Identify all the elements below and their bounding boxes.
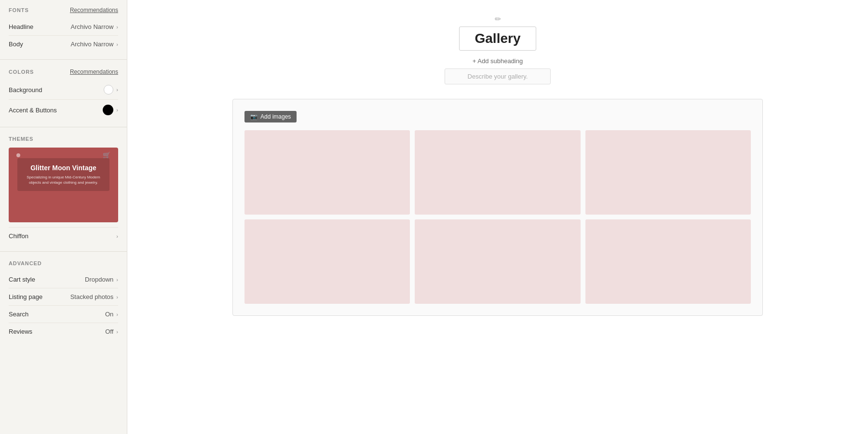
gallery-cell [585,219,751,304]
headline-row[interactable]: Headline Archivo Narrow › [9,18,118,36]
body-label: Body [9,41,23,48]
advanced-title: ADVANCED [9,260,118,266]
themes-title: THEMES [9,136,118,142]
divider-2 [0,127,127,127]
gallery-grid [244,130,751,304]
search-row[interactable]: Search On › [9,306,118,323]
listing-page-label: Listing page [9,293,42,300]
theme-cart-icon: 🛒 [103,151,110,159]
accent-buttons-row[interactable]: Accent & Buttons › [9,100,118,120]
theme-preview-card[interactable]: 🛒 Glitter Moon Vintage Specializing in u… [9,148,118,222]
cart-style-chevron-icon: › [116,277,118,283]
divider-3 [0,251,127,252]
background-value: › [104,85,118,95]
accent-chevron-icon: › [116,107,118,113]
chiffon-row[interactable]: Chiffon › [9,227,118,244]
theme-preview-inner: Glitter Moon Vintage Specializing in uni… [17,158,109,191]
cart-style-value: Dropdown › [85,276,118,283]
background-row[interactable]: Background › [9,80,118,100]
theme-shop-name: Glitter Moon Vintage [23,164,104,172]
add-subheading-button[interactable]: + Add subheading [473,57,523,65]
add-images-label: Add images [260,113,291,120]
fonts-section: FONTS Recommendations Headline Archivo N… [0,0,127,57]
gallery-header: ✏ Gallery + Add subheading Describe your… [445,14,551,84]
fonts-title: FONTS [9,7,29,13]
search-chevron-icon: › [116,312,118,317]
add-images-button[interactable]: 📷 Add images [244,111,297,122]
body-value: Archivo Narrow › [70,41,118,48]
gallery-cell [244,219,410,304]
accent-color-swatch [103,105,113,115]
colors-recommendations-link[interactable]: Recommendations [70,68,118,75]
body-row[interactable]: Body Archivo Narrow › [9,36,118,53]
gallery-description[interactable]: Describe your gallery. [445,68,551,84]
pencil-icon-area: ✏ [495,14,501,24]
background-chevron-icon: › [116,87,118,93]
cart-style-row[interactable]: Cart style Dropdown › [9,271,118,288]
themes-section: THEMES 🛒 Glitter Moon Vintage Specializi… [0,129,127,249]
chiffon-chevron-icon: › [116,233,118,239]
search-label: Search [9,311,28,318]
advanced-section: ADVANCED Cart style Dropdown › Listing p… [0,254,127,345]
gallery-cell [415,219,580,304]
gallery-cell [585,130,751,215]
sidebar: FONTS Recommendations Headline Archivo N… [0,0,127,434]
pencil-icon: ✏ [495,15,501,23]
gallery-container: 📷 Add images [232,99,763,316]
colors-section: COLORS Recommendations Background › Acce… [0,62,127,125]
reviews-chevron-icon: › [116,329,118,335]
reviews-row[interactable]: Reviews Off › [9,323,118,340]
theme-shop-description: Specializing in unique Mid-Century Moder… [23,175,104,185]
gallery-title[interactable]: Gallery [459,27,536,51]
cart-style-label: Cart style [9,276,35,283]
listing-page-value: Stacked photos › [70,293,118,300]
search-value: On › [105,311,118,318]
headline-label: Headline [9,23,33,30]
divider-1 [0,59,127,60]
main-content: ✏ Gallery + Add subheading Describe your… [127,0,868,434]
body-chevron-icon: › [116,41,118,47]
accent-buttons-label: Accent & Buttons [9,107,57,114]
background-color-swatch [104,85,113,95]
reviews-value: Off › [105,328,118,335]
gallery-cell [415,130,580,215]
colors-title: COLORS [9,69,34,75]
headline-chevron-icon: › [116,24,118,30]
fonts-recommendations-link[interactable]: Recommendations [70,7,118,14]
theme-dot-icon [16,153,20,157]
add-subheading-label: + Add subheading [473,57,523,65]
reviews-label: Reviews [9,328,32,335]
accent-buttons-value: › [103,105,118,115]
camera-icon: 📷 [250,113,258,120]
chiffon-label: Chiffon [9,232,28,240]
background-label: Background [9,86,42,94]
listing-page-row[interactable]: Listing page Stacked photos › [9,288,118,306]
listing-page-chevron-icon: › [116,294,118,300]
gallery-cell [244,130,410,215]
headline-value: Archivo Narrow › [70,23,118,30]
